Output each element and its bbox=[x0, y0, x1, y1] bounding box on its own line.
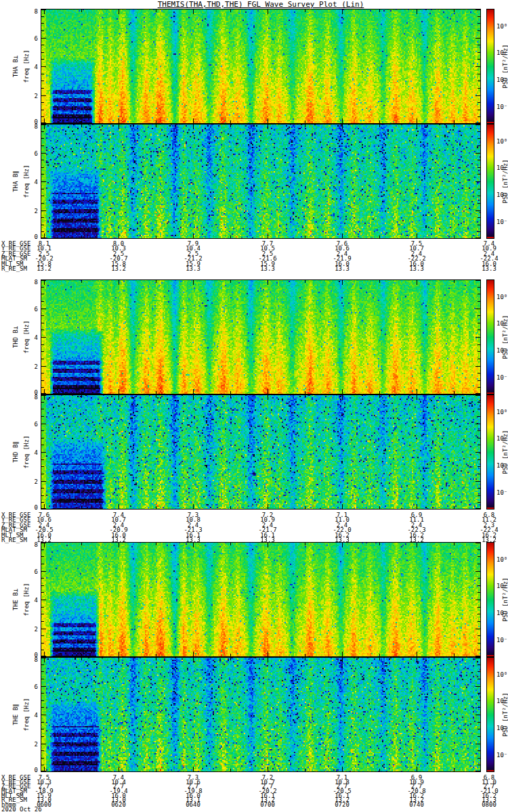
colorbar-tick-label: 10⁰ bbox=[496, 294, 507, 300]
ytick-label: 8 bbox=[28, 8, 38, 15]
ytick-label: 0 bbox=[28, 233, 38, 240]
time-tick-label: 0700 bbox=[260, 802, 275, 808]
colorbar-tick-label: 10⁻⁶ bbox=[496, 104, 508, 110]
ytick-label: 6 bbox=[28, 568, 38, 575]
colorbar-axis-label: PSD [nT²/Hz] bbox=[502, 315, 508, 359]
spectrogram-panel-THA-B⊥ bbox=[41, 9, 481, 124]
colorbar-tick-label: 10⁰ bbox=[496, 23, 507, 30]
ephemeris-row-label-r_re_sm: R_RE_SM bbox=[1, 266, 27, 272]
plot-title: THEMIS(THA,THD,THE) FGL Wave Survey Plot… bbox=[41, 0, 481, 9]
ytick-label: 8 bbox=[28, 656, 38, 663]
ytick-label: 6 bbox=[28, 306, 38, 313]
colorbar-axis-label: PSD [nT²/Hz] bbox=[502, 430, 508, 474]
spectrogram-panel-THE-B∥ bbox=[41, 657, 481, 772]
colorbar-tick-label: 10⁻⁶ bbox=[496, 489, 508, 496]
ephemeris-value: 13.2 bbox=[482, 537, 496, 543]
ephemeris-value: 13.2 bbox=[111, 537, 126, 543]
colorbar-axis-label: PSD [nT²/Hz] bbox=[502, 159, 508, 203]
time-tick-label: 0740 bbox=[409, 802, 424, 808]
ephemeris-value: 13.2 bbox=[409, 537, 424, 543]
date-label: 2020 Oct 26 bbox=[1, 807, 42, 812]
ephemeris-value: 13.3 bbox=[482, 266, 496, 272]
wave-survey-plot-page: THEMIS(THA,THD,THE) FGL Wave Survey Plot… bbox=[0, 0, 508, 812]
time-tick-label: 0640 bbox=[186, 802, 200, 808]
ytick-label: 6 bbox=[28, 683, 38, 690]
ytick-label: 4 bbox=[28, 597, 38, 604]
ytick-label: 0 bbox=[28, 767, 38, 773]
ytick-label: 2 bbox=[28, 208, 38, 215]
colorbar-THD-B∥ bbox=[486, 394, 494, 510]
colorbar-tick-label: 10⁰ bbox=[496, 556, 507, 563]
panel-label-THE-B⊥: THE B⊥ bbox=[12, 589, 19, 611]
time-tick-label: 0620 bbox=[111, 802, 126, 808]
ephemeris-value: 13.2 bbox=[37, 537, 51, 543]
ytick-label: 4 bbox=[28, 712, 38, 719]
colorbar-axis-label: PSD [nT²/Hz] bbox=[502, 44, 508, 88]
spectrogram-panel-THA-B∥ bbox=[41, 124, 481, 239]
ytick-label: 2 bbox=[28, 363, 38, 370]
ephemeris-value: 13.2 bbox=[111, 266, 126, 272]
time-tick-label: 0800 bbox=[482, 802, 496, 808]
colorbar-axis-label: PSD [nT²/Hz] bbox=[502, 577, 508, 621]
panel-label-THE-B∥: THE B∥ bbox=[12, 704, 19, 725]
colorbar-tick-label: 10⁰ bbox=[496, 409, 507, 415]
colorbar-THA-B∥ bbox=[486, 124, 494, 239]
ytick-label: 2 bbox=[28, 626, 38, 633]
ytick-label: 8 bbox=[28, 394, 38, 401]
ephemeris-value: 13.3 bbox=[335, 266, 350, 272]
ephemeris-value: 13.3 bbox=[186, 266, 200, 272]
ytick-label: 8 bbox=[28, 279, 38, 286]
ytick-label: 2 bbox=[28, 741, 38, 748]
ytick-label: 6 bbox=[28, 421, 38, 428]
spectrogram-panel-THD-B⊥ bbox=[41, 279, 481, 394]
colorbar-THE-B∥ bbox=[486, 657, 494, 772]
colorbar-tick-label: 10⁻⁶ bbox=[496, 374, 508, 381]
colorbar-tick-label: 10⁻⁶ bbox=[496, 219, 508, 225]
ytick-label: 2 bbox=[28, 478, 38, 485]
ytick-label: 0 bbox=[28, 504, 38, 511]
ytick-label: 6 bbox=[28, 150, 38, 157]
colorbar-tick-label: 10⁰ bbox=[496, 138, 507, 145]
panel-label-THD-B⊥: THD B⊥ bbox=[12, 326, 19, 348]
colorbar-tick-label: 10⁻⁶ bbox=[496, 752, 508, 759]
ephemeris-value: 13.3 bbox=[260, 537, 275, 543]
colorbar-tick-label: 10⁰ bbox=[496, 671, 507, 678]
ytick-label: 6 bbox=[28, 35, 38, 42]
colorbar-tick-label: 10⁻⁶ bbox=[496, 637, 508, 644]
ytick-label: 4 bbox=[28, 334, 38, 341]
panel-label-THA-B∥: THA B∥ bbox=[12, 171, 19, 192]
ytick-label: 8 bbox=[28, 123, 38, 130]
ephemeris-value: 13.3 bbox=[260, 266, 275, 272]
ephemeris-value: 13.3 bbox=[409, 266, 424, 272]
colorbar-THD-B⊥ bbox=[486, 279, 494, 394]
ytick-label: 4 bbox=[28, 449, 38, 456]
time-tick-label: 0720 bbox=[335, 802, 350, 808]
colorbar-THE-B⊥ bbox=[486, 542, 494, 657]
panel-label-THD-B∥: THD B∥ bbox=[12, 441, 19, 463]
colorbar-axis-label: PSD [nT²/Hz] bbox=[502, 692, 508, 736]
ytick-label: 2 bbox=[28, 93, 38, 99]
ytick-label: 4 bbox=[28, 64, 38, 70]
colorbar-THA-B⊥ bbox=[486, 9, 494, 124]
ephemeris-value: 13.2 bbox=[37, 266, 51, 272]
ephemeris-row-label-r_re_sm: R_RE_SM bbox=[1, 537, 27, 543]
ytick-label: 4 bbox=[28, 179, 38, 185]
spectrogram-panel-THD-B∥ bbox=[41, 394, 481, 510]
ephemeris-value: 13.3 bbox=[335, 537, 350, 543]
panel-label-THA-B⊥: THA B⊥ bbox=[12, 55, 19, 78]
ephemeris-value: 13.3 bbox=[186, 537, 200, 543]
spectrogram-panel-THE-B⊥ bbox=[41, 542, 481, 657]
